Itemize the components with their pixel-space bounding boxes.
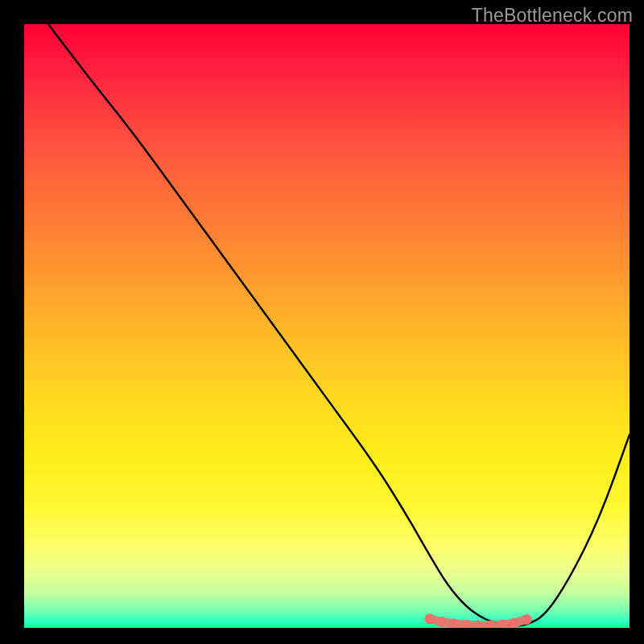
highlight-marker: [436, 617, 447, 627]
highlight-marker: [497, 620, 508, 628]
chart-frame: TheBottleneck.com: [0, 0, 644, 644]
highlight-marker: [510, 618, 520, 629]
highlight-band-path: [430, 619, 526, 625]
chart-svg: [24, 24, 630, 628]
watermark-text: TheBottleneck.com: [472, 5, 633, 27]
highlight-marker: [485, 621, 496, 629]
plot-area: [24, 24, 630, 628]
highlight-marker: [448, 618, 459, 628]
highlight-marker: [424, 613, 435, 624]
highlight-marker: [461, 620, 472, 628]
bottleneck-curve: [48, 24, 630, 625]
highlight-marker: [522, 614, 532, 625]
highlight-markers: [424, 613, 531, 628]
highlight-marker: [473, 621, 484, 629]
